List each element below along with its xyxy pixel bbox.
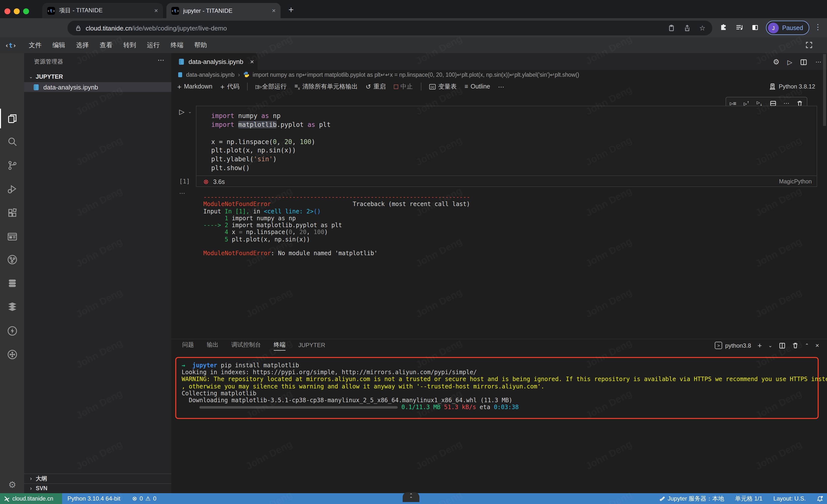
traceback-line: ----------------------------------------…: [203, 194, 470, 201]
cell-code[interactable]: import numpy as npimport matplotlib.pypl…: [211, 112, 331, 172]
sidebar-section-outline[interactable]: ›大纲: [24, 473, 171, 483]
explorer-icon[interactable]: [6, 113, 18, 124]
kernel-picker[interactable]: Python 3.8.12: [769, 79, 815, 94]
clipboard-icon[interactable]: [668, 24, 676, 32]
sidebar-section-svn[interactable]: ›SVN: [24, 483, 171, 493]
editor-tab[interactable]: data-analysis.ipynb ×: [171, 53, 257, 70]
run-debug-icon[interactable]: [6, 183, 18, 195]
notebook-file-icon: [178, 58, 185, 65]
fullscreen-icon[interactable]: [805, 41, 813, 49]
more-actions-icon[interactable]: ⋯: [816, 58, 821, 65]
interrupt-button[interactable]: 中止: [394, 82, 413, 91]
chevron-down-icon[interactable]: ⌄: [768, 343, 772, 348]
terminal-line: Collecting matplotlib: [182, 390, 827, 397]
add-markdown-button[interactable]: +Markdown: [177, 82, 212, 91]
run-all-icon[interactable]: ▷: [787, 58, 792, 66]
panel-tab-JUPYTER[interactable]: JUPYTER: [298, 341, 325, 349]
kill-terminal-icon[interactable]: [792, 342, 798, 349]
close-panel-icon[interactable]: ×: [816, 342, 819, 349]
clear-outputs-button[interactable]: ≡x清除所有单元格输出: [294, 82, 358, 91]
browser-menu-icon[interactable]: ⋮: [814, 22, 822, 32]
editor-scrollbar[interactable]: [823, 54, 826, 126]
breadcrumb-file[interactable]: data-analysis.ipynb: [186, 71, 235, 77]
svn-circle-icon[interactable]: [6, 254, 18, 266]
python-version[interactable]: Python 3.10.4 64-bit: [67, 495, 120, 502]
menu-文件[interactable]: 文件: [23, 41, 47, 50]
new-tab-button[interactable]: +: [288, 5, 294, 15]
menu-编辑[interactable]: 编辑: [47, 41, 70, 50]
chevron-down-icon[interactable]: ⌄: [188, 109, 192, 114]
terminal-profile[interactable]: > python3.8: [715, 342, 751, 349]
url-bar[interactable]: cloud.titanide.cn /ide/web/coding/jupyte…: [67, 21, 712, 36]
cell-count-indicator[interactable]: 单元格 1/1: [735, 494, 763, 503]
browser-profile-chip[interactable]: J Paused: [766, 21, 809, 35]
thunder-icon[interactable]: [6, 325, 18, 337]
window-minimize-button[interactable]: [14, 8, 20, 14]
server-icon: [769, 83, 776, 90]
maximize-panel-icon[interactable]: ⌃: [805, 343, 809, 348]
sidebar-toggle-icon[interactable]: [751, 23, 759, 32]
share-icon[interactable]: [683, 24, 691, 32]
panel-tab-调试控制台[interactable]: 调试控制台: [231, 341, 261, 350]
close-icon[interactable]: ×: [250, 58, 254, 65]
breadcrumb-code[interactable]: import numpy as np↵import matplotlib.pyp…: [253, 71, 579, 78]
menu-运行[interactable]: 运行: [142, 41, 165, 50]
gear-icon[interactable]: ⚙: [773, 58, 779, 66]
warning-triangle-icon: ⚠: [145, 495, 151, 502]
active-indicator: [0, 109, 1, 128]
source-control-icon[interactable]: [6, 159, 18, 171]
panel-tab-输出[interactable]: 输出: [207, 341, 218, 350]
variables-button[interactable]: (x)变量表: [429, 82, 456, 91]
split-terminal-icon[interactable]: [779, 342, 786, 349]
jupyter-server-indicator[interactable]: Jupyter 服务器：本地: [660, 494, 724, 503]
search-icon[interactable]: [6, 136, 18, 148]
terminal-output[interactable]: → jupyter pip install matplotlibLooking …: [182, 362, 827, 411]
settings-gear-icon[interactable]: ⚙: [6, 479, 18, 491]
redis-stack-icon[interactable]: [6, 301, 18, 313]
close-icon[interactable]: ×: [154, 7, 158, 14]
cell-language[interactable]: MagicPython: [779, 178, 812, 184]
layout-indicator[interactable]: Layout: U.S.: [773, 495, 806, 502]
panel-tab-终端[interactable]: 终端: [274, 340, 286, 350]
cell-output-traceback: ----------------------------------------…: [203, 194, 470, 257]
menu-选择[interactable]: 选择: [70, 41, 94, 50]
window-zoom-button[interactable]: [23, 8, 29, 14]
add-code-button[interactable]: +代码: [220, 82, 240, 91]
close-icon[interactable]: ×: [272, 7, 276, 14]
run-cell-icon[interactable]: ▷: [179, 108, 185, 116]
breadcrumb[interactable]: data-analysis.ipynb › import numpy as np…: [177, 70, 817, 79]
outline-button[interactable]: ≡Outline: [465, 83, 490, 90]
code-cell[interactable]: import numpy as npimport matplotlib.pypl…: [196, 106, 817, 187]
toolbar-more-icon[interactable]: ⋯: [498, 83, 504, 90]
remote-explorer-icon[interactable]: [6, 349, 18, 360]
bookmark-star-icon[interactable]: ☆: [699, 24, 706, 32]
run-all-button[interactable]: ▷▷ 全部运行: [255, 82, 287, 91]
panel-expand-handle[interactable]: ⌃⌃: [403, 492, 420, 502]
problems-indicator[interactable]: ⊗0 ⚠0: [132, 495, 156, 502]
menu-帮助[interactable]: 帮助: [189, 41, 212, 50]
database-icon[interactable]: [6, 277, 18, 289]
panel-tab-问题[interactable]: 问题: [182, 341, 194, 350]
sidebar-more-icon[interactable]: ⋯: [157, 56, 164, 64]
url-path: /ide/web/coding/jupyter/live-demo: [132, 24, 227, 32]
menu-查看[interactable]: 查看: [94, 41, 118, 50]
new-terminal-icon[interactable]: +: [758, 341, 762, 350]
extensions-icon[interactable]: [6, 207, 18, 219]
site-favicon: ‹t›: [171, 7, 179, 14]
live-preview-icon[interactable]: [6, 231, 18, 242]
menu-转到[interactable]: 转到: [118, 41, 142, 50]
extensions-puzzle-icon[interactable]: [720, 23, 728, 32]
code-line: [211, 129, 331, 137]
notifications-bell-icon[interactable]: [817, 495, 823, 502]
sidebar-section-jupyter[interactable]: ⌄ JUPYTER: [24, 72, 171, 81]
restart-button[interactable]: ↺重启: [366, 82, 386, 91]
playlist-icon[interactable]: [735, 23, 743, 32]
split-editor-icon[interactable]: [800, 58, 808, 66]
sidebar-file-item[interactable]: data-analysis.ipynb: [24, 82, 171, 92]
window-close-button[interactable]: [4, 8, 10, 14]
output-more-icon[interactable]: ⋯: [179, 190, 185, 197]
browser-tab[interactable]: ‹t›项目 - TITANIDE×: [42, 3, 163, 18]
browser-tab[interactable]: ‹t›jupyter - TITANIDE×: [166, 3, 281, 18]
remote-indicator[interactable]: cloud.titanide.cn: [0, 493, 62, 504]
menu-终端[interactable]: 终端: [165, 41, 189, 50]
